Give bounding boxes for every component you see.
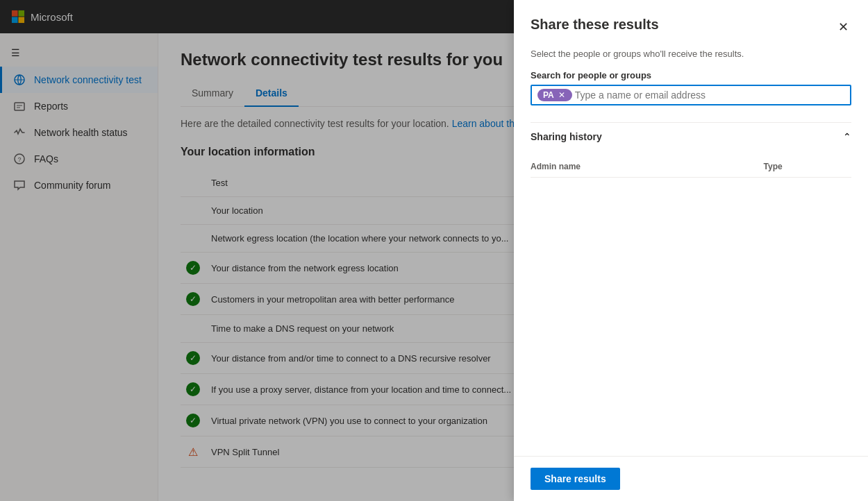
col-header-type: Type (764, 156, 851, 178)
sharing-history-table: Admin name Type (531, 156, 851, 178)
modal-footer: Share results (514, 456, 868, 501)
sharing-history-toggle[interactable]: Sharing history ⌃ (531, 122, 851, 151)
modal-close-button[interactable]: ✕ (835, 17, 851, 37)
modal-subtitle: Select the people or groups who'll recei… (531, 49, 851, 59)
tag-initials: PA (543, 90, 554, 100)
search-label: Search for people or groups (531, 70, 851, 80)
search-box: PA ✕ (531, 85, 851, 105)
modal-header: Share these results ✕ (514, 0, 868, 49)
modal-body: Select the people or groups who'll recei… (514, 49, 868, 456)
share-results-button[interactable]: Share results (531, 468, 620, 490)
tag-chip: PA ✕ (537, 89, 572, 101)
sharing-history-title: Sharing history (531, 131, 602, 142)
tag-remove-button[interactable]: ✕ (557, 91, 567, 99)
share-modal-panel: Share these results ✕ Select the people … (514, 0, 868, 501)
people-search-input[interactable] (575, 90, 844, 101)
chevron-up-icon: ⌃ (843, 131, 851, 142)
col-header-admin-name: Admin name (531, 156, 764, 178)
modal-title: Share these results (531, 17, 659, 33)
